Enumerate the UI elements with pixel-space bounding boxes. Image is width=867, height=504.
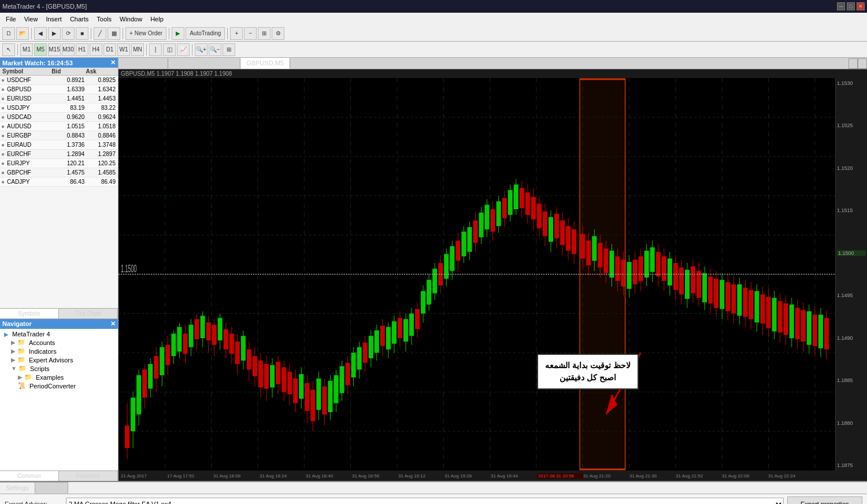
refresh-button[interactable]: ⟳ — [62, 27, 75, 40]
navigator-close[interactable]: ✕ — [110, 320, 116, 328]
svg-rect-187 — [592, 236, 596, 261]
menu-help[interactable]: Help — [147, 14, 167, 24]
chart-line-btn[interactable]: 📈 — [177, 43, 190, 56]
market-watch-row[interactable]: ●EURCHF1.28941.2897 — [0, 150, 118, 159]
nav-item-periodconverter[interactable]: 📜PeriodConverter — [0, 381, 118, 390]
expert-properties-button[interactable]: Expert properties — [787, 496, 862, 504]
properties-button[interactable]: ⚙ — [272, 27, 284, 40]
bar-chart-button[interactable]: ▦ — [108, 27, 120, 40]
tab-journal[interactable]: Journal — [35, 482, 68, 494]
autotrading-toggle[interactable]: ▶ — [172, 27, 184, 40]
open-button[interactable]: 📂 — [16, 27, 29, 40]
period-m5[interactable]: M5 — [34, 43, 47, 56]
cursor-tool[interactable]: ↖ — [2, 43, 15, 56]
svg-rect-74 — [264, 364, 269, 389]
back-button[interactable]: ◀ — [34, 27, 47, 40]
period-mn[interactable]: MN — [131, 43, 144, 56]
nav-item-expert-advisors[interactable]: ▶📁Expert Advisors — [0, 355, 118, 364]
grid-button[interactable]: ⊞ — [258, 27, 271, 40]
ea-select[interactable]: 2 MA Crosses Mega filter EA V1.ex4 — [66, 498, 784, 504]
market-watch-row[interactable]: ●EURGBP0.88430.8846 — [0, 131, 118, 140]
zoom-out-chart[interactable]: 🔍− — [209, 43, 221, 56]
market-watch-row[interactable]: ●EURJPY120.21120.25 — [0, 159, 118, 168]
svg-rect-199 — [627, 262, 632, 289]
nav-item-examples[interactable]: ▶📁Examples — [0, 373, 118, 381]
market-watch-row[interactable]: ●EURUSD1.44511.4453 — [0, 94, 118, 103]
line-button[interactable]: ╱ — [94, 27, 106, 40]
chart-candle-btn[interactable]: ◫ — [163, 43, 176, 56]
forward-button[interactable]: ▶ — [48, 27, 61, 40]
autotrading-button[interactable]: AutoTrading — [186, 27, 225, 40]
svg-rect-142 — [461, 232, 466, 257]
svg-rect-181 — [572, 229, 576, 254]
period-h4[interactable]: H4 — [90, 43, 102, 56]
tab-symbols[interactable]: Symbols — [0, 309, 59, 318]
new-order-button[interactable]: + New Order — [125, 27, 166, 40]
menu-insert[interactable]: Insert — [42, 14, 65, 24]
svg-rect-28 — [131, 398, 135, 431]
time-label-9: 31 Aug 19:44 — [491, 473, 537, 479]
period-w1[interactable]: W1 — [117, 43, 130, 56]
svg-rect-263 — [813, 314, 817, 346]
zoom-out-button[interactable]: − — [244, 27, 257, 40]
tab-gbpusd-m5[interactable]: GBPUSD,M5 — [240, 58, 290, 69]
market-watch-header: Market Watch: 16:24:53 ✕ — [0, 58, 118, 68]
nav-item-accounts[interactable]: ▶📁Accounts — [0, 338, 118, 347]
menu-window[interactable]: Window — [116, 14, 146, 24]
stop-button[interactable]: ■ — [76, 27, 88, 40]
svg-rect-267 — [824, 318, 829, 349]
zoom-in-button[interactable]: + — [230, 27, 243, 40]
svg-rect-259 — [801, 310, 806, 342]
zoom-in-chart[interactable]: 🔍+ — [195, 43, 208, 56]
row-dot-0: ● — [0, 77, 6, 83]
tab-scroll-left[interactable]: ◀ — [849, 58, 858, 69]
svg-rect-110 — [369, 336, 373, 358]
sep-p3 — [192, 44, 192, 55]
tab-favorites[interactable]: Favorites — [59, 471, 118, 481]
nav-item-scripts[interactable]: ▼📁Scripts — [0, 364, 118, 373]
tab-scroll-right[interactable]: ▶ — [858, 58, 867, 69]
period-d1[interactable]: D1 — [103, 43, 116, 56]
menu-tools[interactable]: Tools — [93, 14, 115, 24]
period-m30[interactable]: M30 — [62, 43, 75, 56]
market-watch-row[interactable]: ●GBPUSD1.63391.6342 — [0, 85, 118, 94]
new-button[interactable]: 🗋 — [2, 27, 15, 40]
period-h1[interactable]: H1 — [76, 43, 88, 56]
market-watch-columns: Symbol Bid Ask — [0, 68, 118, 76]
tab-settings[interactable]: Settings — [0, 482, 35, 494]
chart-bar-btn[interactable]: | — [149, 43, 162, 56]
nav-item-indicators[interactable]: ▶📁Indicators — [0, 347, 118, 355]
tab-eurusd-m1[interactable]: EURUSD,M1 — [118, 58, 168, 69]
market-watch-row[interactable]: ●AUDUSD1.05151.0518 — [0, 122, 118, 131]
fit-chart[interactable]: ⊞ — [223, 43, 235, 56]
menu-view[interactable]: View — [21, 14, 42, 24]
period-m1[interactable]: M1 — [20, 43, 33, 56]
nav-item-metatrader-4[interactable]: ▶MetaTrader 4 — [0, 330, 118, 338]
svg-rect-100 — [340, 366, 344, 394]
row-ask-10: 1.4585 — [84, 169, 118, 176]
tab-eurusd-m2[interactable]: EURUSD,M2 (offline) — [168, 58, 240, 69]
svg-rect-162 — [520, 188, 524, 208]
minimize-button[interactable]: ─ — [837, 2, 845, 10]
maximize-button[interactable]: □ — [847, 2, 855, 10]
market-watch-row[interactable]: ●GBPCHF1.45751.4585 — [0, 168, 118, 177]
chart-symbol-info: GBPUSD,M5 1.1907 1.1908 1.1907 1.1908 — [121, 71, 232, 77]
nav-label-3: Expert Advisors — [29, 357, 73, 364]
tab-common[interactable]: Common — [0, 471, 59, 481]
tab-tick-chart[interactable]: Tick Chart — [59, 309, 118, 318]
chart-canvas[interactable]: 1.1500 لاحظ توقيت بداية الش — [118, 78, 835, 470]
period-m15[interactable]: M15 — [48, 43, 61, 56]
close-button[interactable]: ✕ — [857, 2, 865, 10]
menu-charts[interactable]: Charts — [66, 14, 92, 24]
strategy-tester-panel: Settings Journal Expert Advisor: 2 MA Cr… — [0, 481, 867, 504]
market-watch-row[interactable]: ●USDCAD0.96200.9624 — [0, 113, 118, 122]
market-watch-row[interactable]: ●EURAUD1.37361.3748 — [0, 140, 118, 150]
market-watch-row[interactable]: ●CADJPY86.4386.49 — [0, 177, 118, 187]
market-watch-row[interactable]: ●USDJPY83.1983.22 — [0, 103, 118, 113]
svg-rect-66 — [241, 336, 246, 361]
row-bid-4: 0.9620 — [54, 114, 85, 120]
market-watch-close[interactable]: ✕ — [110, 59, 116, 66]
row-dot-6: ● — [0, 132, 6, 139]
market-watch-row[interactable]: ●USDCHF0.89210.8925 — [0, 76, 118, 85]
menu-file[interactable]: File — [2, 14, 20, 24]
